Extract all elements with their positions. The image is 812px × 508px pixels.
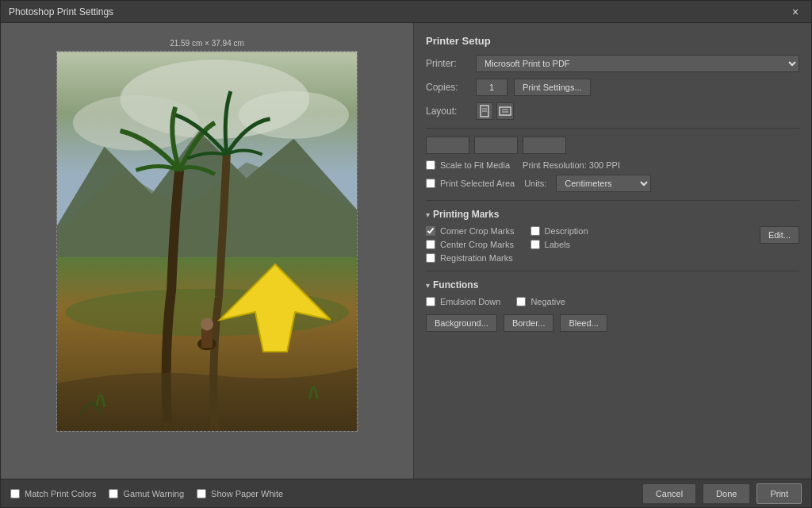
edit-button[interactable]: Edit... bbox=[760, 226, 799, 244]
svg-point-10 bbox=[201, 318, 213, 330]
dimension-label: 21.59 cm × 37.94 cm bbox=[170, 39, 244, 48]
print-selected-checkbox[interactable] bbox=[426, 179, 435, 188]
left-panel: 21.59 cm × 37.94 cm bbox=[1, 23, 413, 479]
svg-rect-9 bbox=[201, 328, 213, 348]
preview-image bbox=[57, 52, 357, 431]
match-print-colors-checkbox[interactable] bbox=[10, 489, 20, 498]
bleed-button[interactable]: Bleed... bbox=[560, 314, 607, 332]
center-crop-label: Center Crop Marks bbox=[440, 240, 514, 249]
scale-percent-input[interactable]: 100% bbox=[426, 137, 469, 154]
layout-landscape-icon[interactable] bbox=[496, 102, 514, 120]
svg-point-2 bbox=[73, 95, 199, 151]
emulsion-down-row: Emulsion Down bbox=[426, 297, 500, 306]
done-button[interactable]: Done bbox=[703, 483, 750, 504]
printing-marks-title: Printing Marks bbox=[433, 209, 499, 220]
divider-3 bbox=[426, 271, 799, 271]
negative-label: Negative bbox=[530, 297, 565, 306]
scale-row: 100% 27.94 21.58 bbox=[426, 137, 799, 154]
registration-row: Registration Marks bbox=[426, 253, 515, 263]
resolution-text: Print Resolution: 300 PPI bbox=[523, 160, 620, 170]
content-area: 21.59 cm × 37.94 cm bbox=[1, 23, 811, 479]
corner-crop-checkbox[interactable] bbox=[426, 226, 435, 236]
divider-2 bbox=[426, 200, 799, 201]
gamut-warning-checkbox[interactable] bbox=[109, 489, 118, 498]
show-paper-white-row: Show Paper White bbox=[197, 489, 283, 498]
svg-point-3 bbox=[239, 91, 349, 139]
emulsion-down-checkbox[interactable] bbox=[426, 297, 435, 306]
divider-1 bbox=[426, 128, 799, 129]
corner-crop-row: Corner Crop Marks bbox=[426, 226, 515, 236]
width-input[interactable]: 27.94 bbox=[474, 137, 518, 154]
negative-row: Negative bbox=[516, 297, 565, 306]
svg-rect-15 bbox=[500, 107, 511, 115]
center-crop-row: Center Crop Marks bbox=[426, 240, 515, 249]
emulsion-down-label: Emulsion Down bbox=[440, 297, 500, 306]
match-print-colors-row: Match Print Colors bbox=[10, 489, 96, 498]
cancel-button[interactable]: Cancel bbox=[642, 483, 696, 504]
gamut-warning-label: Gamut Warning bbox=[123, 489, 184, 498]
print-selected-label: Print Selected Area bbox=[440, 179, 515, 188]
copies-label: Copies: bbox=[426, 82, 469, 93]
printer-label: Printer: bbox=[426, 58, 469, 69]
preview-container bbox=[56, 51, 358, 432]
layout-portrait-icon[interactable] bbox=[476, 102, 493, 120]
scale-to-fit-row: Scale to Fit Media Print Resolution: 300… bbox=[426, 160, 799, 170]
scale-to-fit-checkbox[interactable] bbox=[426, 160, 435, 170]
corner-crop-label: Corner Crop Marks bbox=[440, 226, 515, 236]
bottom-bar: Match Print Colors Gamut Warning Show Pa… bbox=[1, 479, 811, 507]
dialog-window: Photoshop Print Settings × 21.59 cm × 37… bbox=[0, 0, 812, 508]
border-button[interactable]: Border... bbox=[504, 314, 554, 332]
collapse-arrow-marks[interactable]: ▾ bbox=[426, 210, 430, 219]
labels-row: Labels bbox=[530, 240, 588, 249]
registration-label: Registration Marks bbox=[440, 253, 513, 263]
title-bar: Photoshop Print Settings × bbox=[1, 1, 811, 23]
copies-row: Copies: Print Settings... bbox=[426, 79, 799, 96]
description-label: Description bbox=[545, 226, 588, 236]
dialog-title: Photoshop Print Settings bbox=[9, 6, 113, 17]
background-button[interactable]: Background... bbox=[426, 314, 497, 332]
height-input[interactable]: 21.58 bbox=[523, 137, 566, 154]
right-panel: Printer Setup Printer: Microsoft Print t… bbox=[413, 23, 811, 479]
printer-setup-title: Printer Setup bbox=[426, 35, 799, 47]
labels-checkbox[interactable] bbox=[530, 240, 540, 249]
printer-row: Printer: Microsoft Print to PDF bbox=[426, 55, 799, 72]
layout-label: Layout: bbox=[426, 106, 469, 117]
scale-to-fit-label: Scale to Fit Media bbox=[440, 160, 510, 170]
units-label: Units: bbox=[524, 179, 546, 188]
center-crop-checkbox[interactable] bbox=[426, 240, 435, 249]
match-print-colors-label: Match Print Colors bbox=[25, 489, 96, 498]
negative-checkbox[interactable] bbox=[516, 297, 526, 306]
bottom-left-options: Match Print Colors Gamut Warning Show Pa… bbox=[10, 489, 283, 498]
layout-icons bbox=[476, 102, 514, 120]
description-row: Description bbox=[530, 226, 588, 236]
collapse-arrow-functions[interactable]: ▾ bbox=[426, 281, 430, 290]
layout-row: Layout: bbox=[426, 102, 799, 120]
print-button[interactable]: Print bbox=[756, 483, 802, 504]
print-selected-row: Print Selected Area bbox=[426, 179, 515, 188]
close-button[interactable]: × bbox=[787, 4, 803, 20]
printer-select[interactable]: Microsoft Print to PDF bbox=[476, 55, 799, 72]
description-checkbox[interactable] bbox=[530, 226, 540, 236]
registration-checkbox[interactable] bbox=[426, 253, 435, 263]
functions-title: Functions bbox=[433, 279, 478, 291]
units-select[interactable]: Centimeters bbox=[556, 175, 651, 192]
show-paper-white-checkbox[interactable] bbox=[197, 489, 206, 498]
dialog-buttons: Cancel Done Print bbox=[642, 483, 802, 504]
copies-input[interactable] bbox=[476, 79, 508, 96]
gamut-warning-row: Gamut Warning bbox=[109, 489, 184, 498]
printing-marks-header: ▾ Printing Marks bbox=[426, 209, 799, 220]
show-paper-white-label: Show Paper White bbox=[211, 489, 283, 498]
labels-label: Labels bbox=[545, 240, 570, 249]
print-settings-button[interactable]: Print Settings... bbox=[514, 79, 591, 96]
functions-header: ▾ Functions bbox=[426, 279, 799, 291]
